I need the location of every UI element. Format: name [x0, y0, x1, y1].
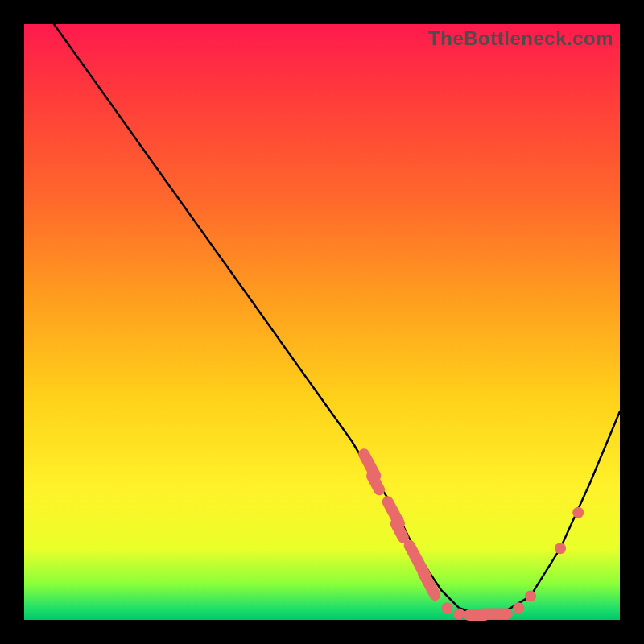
curve-marker-dot — [572, 507, 584, 518]
plot-area: TheBottleneck.com — [24, 24, 620, 620]
curve-marker-pill — [365, 469, 387, 497]
chart-frame: TheBottleneck.com — [0, 0, 644, 644]
curve-marker-dot — [555, 543, 566, 554]
curve-marker-dot — [453, 609, 464, 620]
bottleneck-curve — [54, 24, 620, 614]
curve-marker-dot — [441, 602, 452, 613]
curve-marker-dot — [525, 590, 536, 601]
curve-marker-pill — [477, 609, 512, 620]
curve-marker-dot — [513, 602, 524, 613]
curve-svg — [24, 24, 620, 620]
curve-markers — [357, 447, 584, 621]
